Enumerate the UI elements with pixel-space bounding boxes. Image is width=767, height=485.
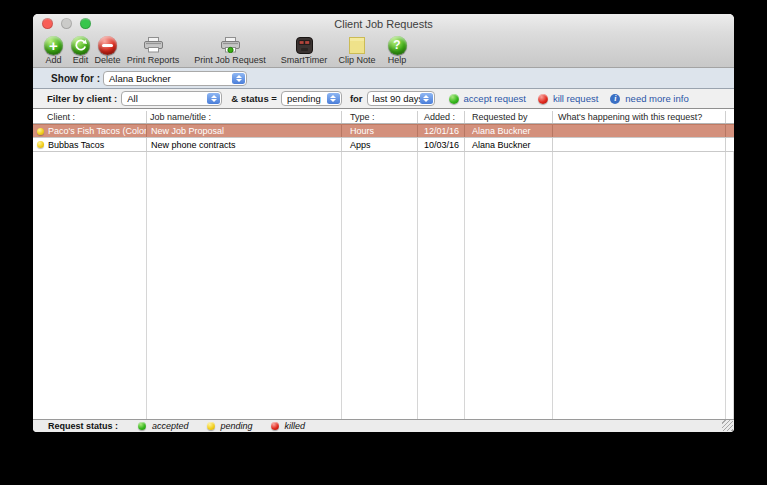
print-job-request-button[interactable]: Print Job Request <box>185 35 275 65</box>
status-pending-icon <box>37 141 44 148</box>
cell-added: 10/03/16 <box>418 138 465 151</box>
cell-whats-happening <box>553 125 726 137</box>
kill-request-button[interactable]: kill request <box>538 93 598 104</box>
stepper-icon <box>207 93 220 104</box>
cell-job: New phone contracts <box>147 138 342 151</box>
need-more-info-button[interactable]: i need more info <box>610 93 688 104</box>
column-header-client[interactable]: Client : <box>33 111 147 123</box>
resize-grip[interactable] <box>722 420 733 431</box>
for-label: for <box>350 93 363 104</box>
add-button[interactable]: + Add <box>40 35 67 65</box>
info-icon: i <box>610 94 620 104</box>
timer-icon <box>296 35 313 55</box>
minimize-button[interactable] <box>61 18 72 29</box>
column-header-type[interactable]: Type : <box>342 111 418 123</box>
add-icon: + <box>44 35 63 55</box>
pending-status-icon <box>207 422 215 430</box>
edit-button[interactable]: Edit <box>67 35 94 65</box>
column-header-requested-by[interactable]: Requested by <box>465 111 553 123</box>
show-for-bar: Show for : Alana Buckner <box>33 68 734 89</box>
client-job-requests-window: Client Job Requests + Add Edit Delete <box>33 14 734 432</box>
delete-button[interactable]: Delete <box>94 35 121 65</box>
legend-pending: pending <box>207 421 253 431</box>
stepper-icon <box>327 93 340 104</box>
status-equals-label: & status = <box>231 93 277 104</box>
printer-green-icon <box>221 35 240 55</box>
column-header-added[interactable]: Added : <box>418 111 465 123</box>
show-for-value: Alana Buckner <box>109 73 171 84</box>
status-bar: Request status : accepted pending killed <box>33 419 734 432</box>
date-range-select[interactable]: last 90 days <box>367 91 435 106</box>
stepper-icon <box>232 73 245 84</box>
request-actions: accept request kill request i need more … <box>449 93 689 104</box>
clip-note-button[interactable]: Clip Note <box>333 35 381 65</box>
help-button[interactable]: ? Help <box>381 35 413 65</box>
table-row[interactable]: Paco's Fish Tacos (Colorado) New Job Pro… <box>33 124 734 138</box>
column-header-job[interactable]: Job name/title : <box>147 111 342 123</box>
legend-killed: killed <box>271 421 306 431</box>
help-icon: ? <box>388 35 407 55</box>
accept-request-button[interactable]: accept request <box>449 93 526 104</box>
close-button[interactable] <box>42 18 53 29</box>
filter-client-select[interactable]: All <box>121 91 222 106</box>
show-for-select[interactable]: Alana Buckner <box>103 71 247 86</box>
column-header-whats-happening[interactable]: What's happening with this request? <box>553 111 726 123</box>
edit-icon <box>71 35 90 55</box>
table-header: Client : Job name/title : Type : Added :… <box>33 111 734 124</box>
thumbs-up-icon <box>449 94 459 104</box>
cell-added: 12/01/16 <box>418 125 465 137</box>
show-for-label: Show for : <box>33 73 100 84</box>
status-pending-icon <box>37 128 44 135</box>
status-legend: accepted pending killed <box>138 421 305 431</box>
filter-client-label: Filter by client : <box>47 93 117 104</box>
cell-requested-by: Alana Buckner <box>465 125 553 137</box>
thumbs-down-icon <box>538 94 548 104</box>
stepper-icon <box>420 93 433 104</box>
accepted-status-icon <box>138 422 146 430</box>
killed-status-icon <box>271 422 279 430</box>
filter-bar: Filter by client : All & status = pendin… <box>33 89 734 109</box>
table-empty-area <box>33 152 734 419</box>
window-title: Client Job Requests <box>33 18 734 30</box>
row-gutter <box>726 125 734 137</box>
cell-type: Apps <box>342 138 418 151</box>
request-status-label: Request status : <box>48 421 118 431</box>
delete-icon <box>98 35 117 55</box>
cell-client: Paco's Fish Tacos (Colorado) <box>33 125 147 137</box>
traffic-lights <box>42 18 91 29</box>
cell-whats-happening <box>553 138 726 151</box>
header-gutter <box>726 111 734 123</box>
smarttimer-button[interactable]: SmartTimer <box>275 35 333 65</box>
cell-job: New Job Proposal <box>147 125 342 137</box>
date-range-value: last 90 days <box>373 93 424 104</box>
status-select[interactable]: pending <box>281 91 342 106</box>
cell-requested-by: Alana Buckner <box>465 138 553 151</box>
print-reports-button[interactable]: Print Reports <box>121 35 185 65</box>
cell-type: Hours <box>342 125 418 137</box>
cell-client: Bubbas Tacos <box>33 138 147 151</box>
sticky-note-icon <box>349 35 365 55</box>
legend-accepted: accepted <box>138 421 189 431</box>
status-value: pending <box>287 93 321 104</box>
requests-table: Client : Job name/title : Type : Added :… <box>33 111 734 419</box>
titlebar: Client Job Requests <box>33 14 734 33</box>
table-row[interactable]: Bubbas Tacos New phone contracts Apps 10… <box>33 138 734 152</box>
printer-icon <box>144 35 163 55</box>
filter-client-value: All <box>127 93 138 104</box>
toolbar: + Add Edit Delete <box>33 33 734 68</box>
zoom-button[interactable] <box>80 18 91 29</box>
row-gutter <box>726 138 734 151</box>
